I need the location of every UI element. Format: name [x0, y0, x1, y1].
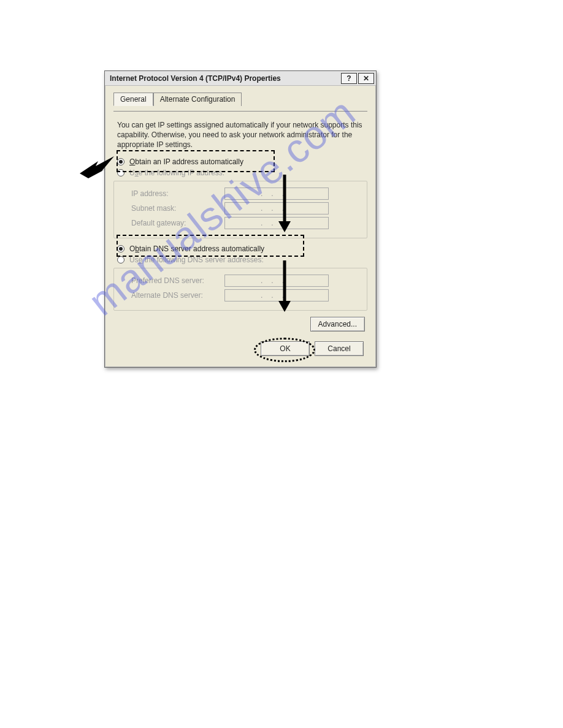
- ok-button[interactable]: OK: [261, 341, 310, 356]
- input-preferred-dns: ...: [224, 275, 329, 287]
- dialog-title: Internet Protocol Version 4 (TCP/IPv4) P…: [110, 74, 340, 83]
- radio-dns-auto-label: Obtain DNS server address automatically: [129, 245, 264, 253]
- label-alternate-dns: Alternate DNS server:: [120, 291, 224, 300]
- help-button[interactable]: ?: [341, 73, 357, 84]
- tab-general[interactable]: General: [113, 93, 153, 106]
- cancel-button[interactable]: Cancel: [315, 341, 364, 356]
- tab-alternate-configuration[interactable]: Alternate Configuration: [153, 93, 242, 106]
- radio-dns-manual-label: Use the following DNS server addresses:: [129, 256, 264, 264]
- radio-dns-manual[interactable]: [117, 256, 124, 264]
- label-default-gateway: Default gateway:: [120, 219, 224, 227]
- input-alternate-dns: ...: [224, 289, 329, 301]
- radio-dns-auto[interactable]: [117, 245, 124, 252]
- label-preferred-dns: Preferred DNS server:: [120, 276, 224, 285]
- intro-text: You can get IP settings assigned automat…: [117, 120, 364, 150]
- advanced-button[interactable]: Advanced...: [310, 317, 365, 332]
- radio-ip-manual-label: Use the following IP address:: [129, 169, 224, 177]
- radio-ip-auto[interactable]: [117, 158, 124, 165]
- label-ip-address: IP address:: [120, 189, 224, 198]
- tcpipv4-properties-dialog: Internet Protocol Version 4 (TCP/IPv4) P…: [104, 70, 377, 368]
- label-subnet-mask: Subnet mask:: [120, 204, 224, 213]
- radio-ip-manual[interactable]: [117, 169, 124, 176]
- titlebar[interactable]: Internet Protocol Version 4 (TCP/IPv4) P…: [105, 71, 376, 86]
- radio-ip-auto-label: Obtain an IP address automatically: [129, 157, 243, 166]
- close-button[interactable]: ✕: [358, 73, 374, 84]
- input-subnet-mask: ...: [224, 202, 329, 214]
- input-default-gateway: ...: [224, 217, 329, 229]
- input-ip-address: ...: [224, 188, 329, 200]
